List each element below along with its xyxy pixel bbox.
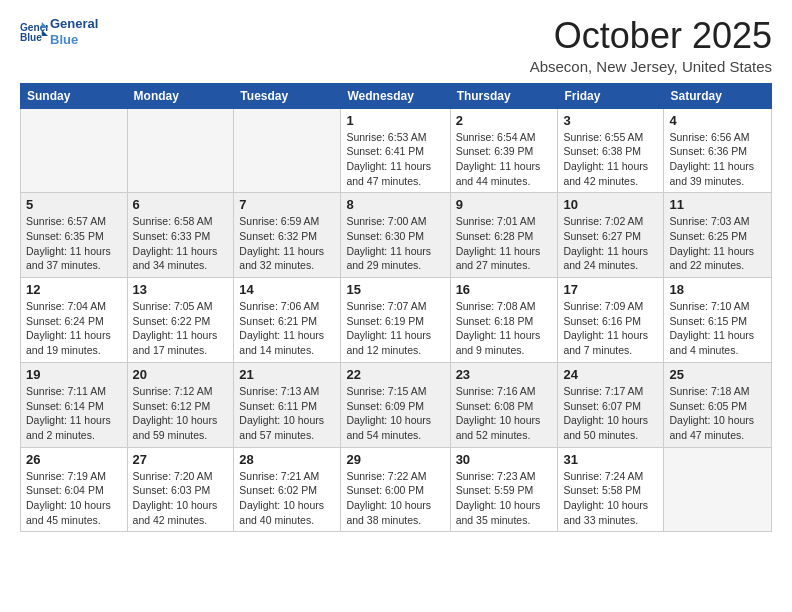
- day-number: 21: [239, 367, 335, 382]
- day-number: 13: [133, 282, 229, 297]
- day-number: 6: [133, 197, 229, 212]
- table-row: 10Sunrise: 7:02 AM Sunset: 6:27 PM Dayli…: [558, 193, 664, 278]
- day-number: 22: [346, 367, 444, 382]
- day-number: 8: [346, 197, 444, 212]
- day-number: 10: [563, 197, 658, 212]
- day-detail: Sunrise: 6:56 AM Sunset: 6:36 PM Dayligh…: [669, 130, 766, 189]
- col-saturday: Saturday: [664, 83, 772, 108]
- day-detail: Sunrise: 7:03 AM Sunset: 6:25 PM Dayligh…: [669, 214, 766, 273]
- logo-general: General: [50, 16, 98, 32]
- table-row: 3Sunrise: 6:55 AM Sunset: 6:38 PM Daylig…: [558, 108, 664, 193]
- calendar-table: Sunday Monday Tuesday Wednesday Thursday…: [20, 83, 772, 533]
- day-number: 17: [563, 282, 658, 297]
- day-number: 26: [26, 452, 122, 467]
- day-detail: Sunrise: 7:24 AM Sunset: 5:58 PM Dayligh…: [563, 469, 658, 528]
- table-row: [664, 447, 772, 532]
- logo: General Blue General Blue: [20, 16, 98, 47]
- col-monday: Monday: [127, 83, 234, 108]
- table-row: 22Sunrise: 7:15 AM Sunset: 6:09 PM Dayli…: [341, 362, 450, 447]
- day-detail: Sunrise: 7:07 AM Sunset: 6:19 PM Dayligh…: [346, 299, 444, 358]
- day-detail: Sunrise: 7:10 AM Sunset: 6:15 PM Dayligh…: [669, 299, 766, 358]
- day-detail: Sunrise: 7:08 AM Sunset: 6:18 PM Dayligh…: [456, 299, 553, 358]
- day-number: 1: [346, 113, 444, 128]
- day-number: 20: [133, 367, 229, 382]
- day-detail: Sunrise: 7:19 AM Sunset: 6:04 PM Dayligh…: [26, 469, 122, 528]
- table-row: 19Sunrise: 7:11 AM Sunset: 6:14 PM Dayli…: [21, 362, 128, 447]
- day-number: 11: [669, 197, 766, 212]
- day-detail: Sunrise: 7:05 AM Sunset: 6:22 PM Dayligh…: [133, 299, 229, 358]
- day-number: 23: [456, 367, 553, 382]
- calendar-header-row: Sunday Monday Tuesday Wednesday Thursday…: [21, 83, 772, 108]
- col-friday: Friday: [558, 83, 664, 108]
- day-number: 5: [26, 197, 122, 212]
- calendar-week-row: 12Sunrise: 7:04 AM Sunset: 6:24 PM Dayli…: [21, 278, 772, 363]
- day-number: 18: [669, 282, 766, 297]
- table-row: 30Sunrise: 7:23 AM Sunset: 5:59 PM Dayli…: [450, 447, 558, 532]
- day-number: 19: [26, 367, 122, 382]
- day-detail: Sunrise: 7:00 AM Sunset: 6:30 PM Dayligh…: [346, 214, 444, 273]
- day-number: 24: [563, 367, 658, 382]
- day-number: 3: [563, 113, 658, 128]
- header: General Blue General Blue October 2025 A…: [20, 16, 772, 75]
- table-row: 4Sunrise: 6:56 AM Sunset: 6:36 PM Daylig…: [664, 108, 772, 193]
- logo-blue: Blue: [50, 32, 98, 48]
- day-number: 31: [563, 452, 658, 467]
- calendar-week-row: 26Sunrise: 7:19 AM Sunset: 6:04 PM Dayli…: [21, 447, 772, 532]
- day-detail: Sunrise: 7:11 AM Sunset: 6:14 PM Dayligh…: [26, 384, 122, 443]
- day-detail: Sunrise: 7:20 AM Sunset: 6:03 PM Dayligh…: [133, 469, 229, 528]
- table-row: 5Sunrise: 6:57 AM Sunset: 6:35 PM Daylig…: [21, 193, 128, 278]
- day-number: 9: [456, 197, 553, 212]
- table-row: 29Sunrise: 7:22 AM Sunset: 6:00 PM Dayli…: [341, 447, 450, 532]
- svg-text:Blue: Blue: [20, 31, 42, 42]
- logo-icon: General Blue: [20, 20, 48, 44]
- day-number: 7: [239, 197, 335, 212]
- day-detail: Sunrise: 6:58 AM Sunset: 6:33 PM Dayligh…: [133, 214, 229, 273]
- day-detail: Sunrise: 7:06 AM Sunset: 6:21 PM Dayligh…: [239, 299, 335, 358]
- table-row: 24Sunrise: 7:17 AM Sunset: 6:07 PM Dayli…: [558, 362, 664, 447]
- table-row: 7Sunrise: 6:59 AM Sunset: 6:32 PM Daylig…: [234, 193, 341, 278]
- table-row: 2Sunrise: 6:54 AM Sunset: 6:39 PM Daylig…: [450, 108, 558, 193]
- table-row: [234, 108, 341, 193]
- day-detail: Sunrise: 7:09 AM Sunset: 6:16 PM Dayligh…: [563, 299, 658, 358]
- table-row: 21Sunrise: 7:13 AM Sunset: 6:11 PM Dayli…: [234, 362, 341, 447]
- table-row: 17Sunrise: 7:09 AM Sunset: 6:16 PM Dayli…: [558, 278, 664, 363]
- day-number: 4: [669, 113, 766, 128]
- day-number: 29: [346, 452, 444, 467]
- col-tuesday: Tuesday: [234, 83, 341, 108]
- table-row: 18Sunrise: 7:10 AM Sunset: 6:15 PM Dayli…: [664, 278, 772, 363]
- day-detail: Sunrise: 7:17 AM Sunset: 6:07 PM Dayligh…: [563, 384, 658, 443]
- table-row: 31Sunrise: 7:24 AM Sunset: 5:58 PM Dayli…: [558, 447, 664, 532]
- day-number: 12: [26, 282, 122, 297]
- calendar-week-row: 19Sunrise: 7:11 AM Sunset: 6:14 PM Dayli…: [21, 362, 772, 447]
- table-row: 1Sunrise: 6:53 AM Sunset: 6:41 PM Daylig…: [341, 108, 450, 193]
- day-detail: Sunrise: 7:16 AM Sunset: 6:08 PM Dayligh…: [456, 384, 553, 443]
- col-sunday: Sunday: [21, 83, 128, 108]
- table-row: 8Sunrise: 7:00 AM Sunset: 6:30 PM Daylig…: [341, 193, 450, 278]
- day-detail: Sunrise: 7:02 AM Sunset: 6:27 PM Dayligh…: [563, 214, 658, 273]
- col-wednesday: Wednesday: [341, 83, 450, 108]
- table-row: 27Sunrise: 7:20 AM Sunset: 6:03 PM Dayli…: [127, 447, 234, 532]
- day-number: 14: [239, 282, 335, 297]
- table-row: 15Sunrise: 7:07 AM Sunset: 6:19 PM Dayli…: [341, 278, 450, 363]
- table-row: [21, 108, 128, 193]
- day-number: 25: [669, 367, 766, 382]
- calendar-week-row: 1Sunrise: 6:53 AM Sunset: 6:41 PM Daylig…: [21, 108, 772, 193]
- day-detail: Sunrise: 7:04 AM Sunset: 6:24 PM Dayligh…: [26, 299, 122, 358]
- table-row: [127, 108, 234, 193]
- table-row: 11Sunrise: 7:03 AM Sunset: 6:25 PM Dayli…: [664, 193, 772, 278]
- table-row: 14Sunrise: 7:06 AM Sunset: 6:21 PM Dayli…: [234, 278, 341, 363]
- day-detail: Sunrise: 6:59 AM Sunset: 6:32 PM Dayligh…: [239, 214, 335, 273]
- day-detail: Sunrise: 6:55 AM Sunset: 6:38 PM Dayligh…: [563, 130, 658, 189]
- day-detail: Sunrise: 7:18 AM Sunset: 6:05 PM Dayligh…: [669, 384, 766, 443]
- col-thursday: Thursday: [450, 83, 558, 108]
- day-detail: Sunrise: 6:53 AM Sunset: 6:41 PM Dayligh…: [346, 130, 444, 189]
- table-row: 12Sunrise: 7:04 AM Sunset: 6:24 PM Dayli…: [21, 278, 128, 363]
- day-detail: Sunrise: 7:23 AM Sunset: 5:59 PM Dayligh…: [456, 469, 553, 528]
- day-number: 15: [346, 282, 444, 297]
- page: General Blue General Blue October 2025 A…: [0, 0, 792, 544]
- day-detail: Sunrise: 7:15 AM Sunset: 6:09 PM Dayligh…: [346, 384, 444, 443]
- table-row: 16Sunrise: 7:08 AM Sunset: 6:18 PM Dayli…: [450, 278, 558, 363]
- day-number: 28: [239, 452, 335, 467]
- day-detail: Sunrise: 7:13 AM Sunset: 6:11 PM Dayligh…: [239, 384, 335, 443]
- table-row: 28Sunrise: 7:21 AM Sunset: 6:02 PM Dayli…: [234, 447, 341, 532]
